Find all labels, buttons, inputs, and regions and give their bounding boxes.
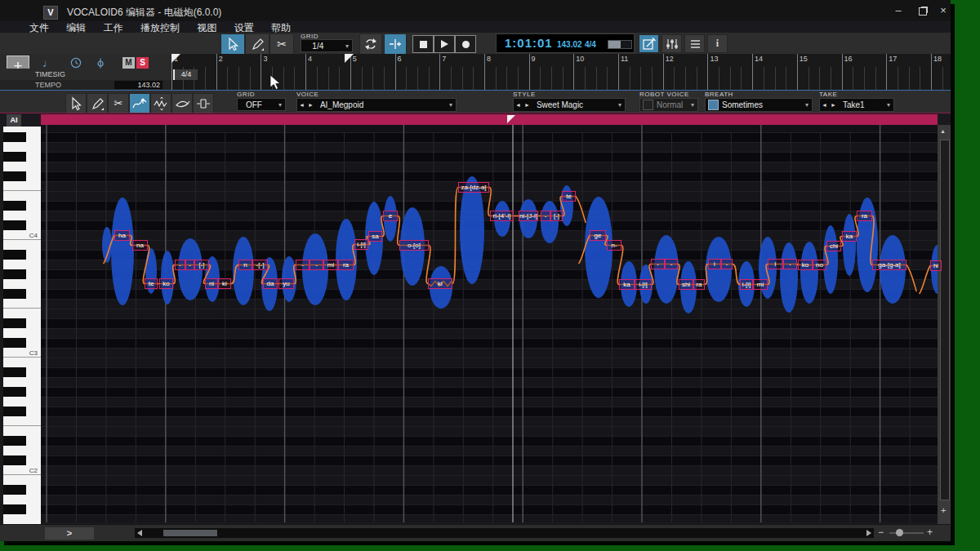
note-box[interactable]: ko xyxy=(159,278,173,289)
list-button[interactable] xyxy=(684,34,705,53)
piano-key-black[interactable] xyxy=(3,338,26,348)
note-box[interactable]: mi xyxy=(323,260,338,270)
note-box[interactable]: ra xyxy=(693,279,705,290)
robot-voice-select[interactable]: Normal▾ xyxy=(639,98,698,112)
note-box[interactable]: ra xyxy=(857,211,872,221)
pointer-tool-button[interactable] xyxy=(220,33,245,55)
piano-roll-grid[interactable] xyxy=(41,125,938,522)
note-box[interactable]: - xyxy=(296,260,310,270)
note-box[interactable]: ga-[g-a] xyxy=(872,260,906,270)
style-select[interactable]: ◄► Sweet Magic▾ xyxy=(513,98,626,112)
note-box[interactable]: ri-[4'-i] xyxy=(490,211,514,221)
pr-smooth-tool[interactable] xyxy=(172,93,193,113)
scroll-left-icon[interactable] xyxy=(137,530,142,536)
split-insert-button[interactable] xyxy=(384,33,407,55)
record-button[interactable] xyxy=(455,35,476,53)
tempo-row-value[interactable]: 143.02 xyxy=(114,81,163,89)
note-box[interactable]: - xyxy=(783,259,797,269)
note-box[interactable]: n- xyxy=(607,240,621,251)
info-button[interactable]: i xyxy=(707,34,728,53)
scissors-tool-button[interactable]: ✂ xyxy=(270,33,294,55)
close-button[interactable]: × xyxy=(931,3,951,18)
note-box[interactable]: ka xyxy=(842,231,857,242)
grid-select[interactable]: 1/4▾ xyxy=(301,39,353,52)
piano-key-black[interactable] xyxy=(3,201,26,211)
zoom-in-button[interactable]: + xyxy=(927,527,933,538)
play-button[interactable] xyxy=(434,35,455,53)
menu-item-job[interactable]: 工作 xyxy=(104,22,123,33)
note-box[interactable]: da xyxy=(263,278,278,289)
note-box[interactable]: n xyxy=(238,260,252,270)
prev-icon[interactable]: ◄ xyxy=(822,102,827,108)
note-box[interactable]: i-[i] xyxy=(740,279,753,290)
fader-icon[interactable] xyxy=(95,57,107,69)
note-box[interactable]: ge xyxy=(590,230,606,241)
piano-key-black[interactable] xyxy=(3,387,26,397)
expand-button[interactable]: > xyxy=(45,527,94,540)
pencil-tool-button[interactable] xyxy=(245,33,270,55)
note-box[interactable]: ra xyxy=(338,260,354,270)
piano-key-black[interactable] xyxy=(3,289,26,299)
timesig-event-badge[interactable]: 4/4 xyxy=(173,69,198,80)
pr-note-width-tool[interactable] xyxy=(193,93,214,113)
note-box[interactable]: i xyxy=(768,259,783,269)
note-box[interactable]: [-] xyxy=(550,211,563,221)
piano-key-black[interactable] xyxy=(3,407,26,416)
zoom-slider-thumb[interactable] xyxy=(896,529,903,536)
take-select[interactable]: ◄► Take1▾ xyxy=(819,98,894,112)
note-box[interactable]: yu xyxy=(278,278,294,289)
piano-key-black[interactable] xyxy=(3,485,26,495)
prev-icon[interactable]: ◄ xyxy=(515,102,521,108)
note-box[interactable]: ni-[J-i] xyxy=(519,211,538,221)
mute-button[interactable]: M xyxy=(122,57,135,69)
note-box[interactable]: no xyxy=(813,260,826,270)
edit-view-button[interactable] xyxy=(639,34,659,53)
note-box[interactable]: hi xyxy=(930,260,942,271)
note-box[interactable]: - xyxy=(541,211,550,221)
note-box[interactable]: o-[o] xyxy=(399,240,429,251)
minimize-button[interactable]: – xyxy=(886,3,911,18)
track-ruler[interactable]: 123456789101112131415161718 xyxy=(172,54,951,90)
piano-keyboard[interactable]: C4C3C2 xyxy=(3,127,41,524)
piano-key-black[interactable] xyxy=(3,455,26,465)
vertical-scroll-thumb[interactable] xyxy=(940,140,950,500)
vertical-scrollbar[interactable]: ▲ + xyxy=(938,125,951,524)
note-box[interactable]: e xyxy=(383,211,398,221)
note-box[interactable]: i-[i] xyxy=(354,239,368,250)
voice-select[interactable]: ◄► AI_Megpoid▾ xyxy=(296,98,457,112)
pr-grid-select[interactable]: OFF▾ xyxy=(237,98,286,111)
note-box[interactable]: - xyxy=(310,260,323,270)
scroll-up-icon[interactable]: ▲ xyxy=(940,128,946,134)
loop-button[interactable] xyxy=(359,33,382,55)
menu-item-help[interactable]: 帮助 xyxy=(271,22,291,33)
pr-pointer-tool[interactable] xyxy=(65,93,87,113)
note-box[interactable]: ka xyxy=(619,279,635,290)
note-box[interactable]: -[-] xyxy=(252,260,268,270)
menu-item-edit[interactable]: 编辑 xyxy=(66,22,86,33)
note-box[interactable]: chi xyxy=(826,241,841,251)
note-box[interactable]: te xyxy=(145,278,158,289)
menu-item-view[interactable]: 视图 xyxy=(197,22,216,33)
prev-icon[interactable]: ◄ xyxy=(299,102,305,108)
piano-key-black[interactable] xyxy=(3,250,26,260)
piano-key-black[interactable] xyxy=(3,132,26,142)
note-box[interactable]: ki xyxy=(428,278,452,289)
pr-scissors-tool[interactable]: ✂ xyxy=(108,93,129,113)
piano-key-black[interactable] xyxy=(3,152,26,162)
note-icon[interactable]: ♩ xyxy=(42,56,54,69)
note-box[interactable]: - xyxy=(721,259,733,269)
horizontal-scroll-thumb[interactable] xyxy=(163,530,217,536)
next-icon[interactable]: ► xyxy=(831,102,836,108)
pr-pitch-tool[interactable] xyxy=(129,93,150,113)
note-box[interactable]: ko xyxy=(798,260,813,270)
piano-key-black[interactable] xyxy=(3,367,26,377)
pr-pencil-tool[interactable] xyxy=(87,93,108,113)
stop-button[interactable] xyxy=(412,35,434,53)
menu-item-settings[interactable]: 设置 xyxy=(234,22,254,33)
note-box[interactable]: - xyxy=(651,259,665,269)
note-box[interactable]: te xyxy=(562,191,576,202)
note-box[interactable]: na xyxy=(132,240,148,251)
note-box[interactable]: [-] xyxy=(194,260,209,270)
note-box[interactable]: ni xyxy=(205,278,218,289)
piano-key-black[interactable] xyxy=(3,318,26,328)
